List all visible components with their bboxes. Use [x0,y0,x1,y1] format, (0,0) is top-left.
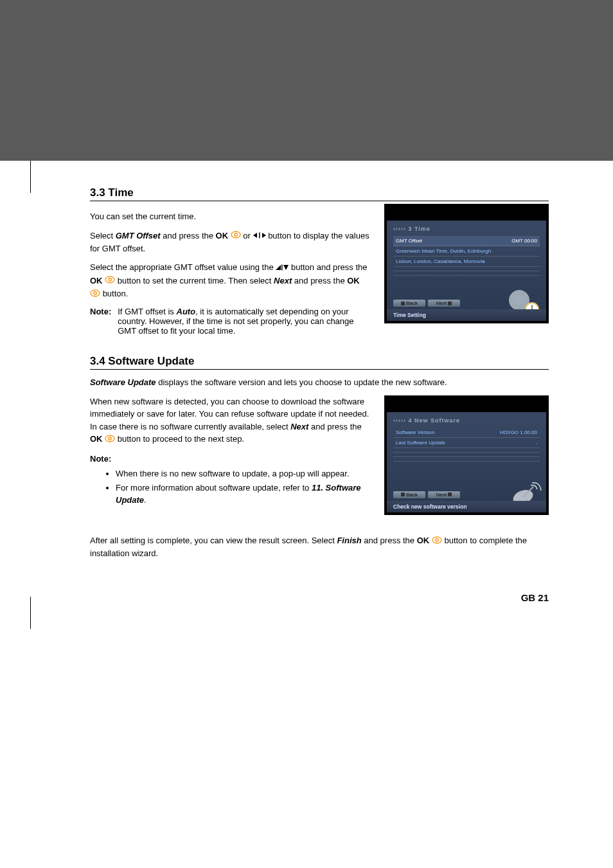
svg-point-10 [91,290,100,296]
svg-rect-3 [259,233,260,239]
fig-next-button: Next [428,491,460,498]
heading-time: 3.3 Time [90,186,549,201]
sw-note-item-1: When there is no new software to update,… [116,467,371,480]
heading-software-update: 3.4 Software Update [90,355,549,370]
section-software-update: 3.4 Software Update Software Update disp… [90,355,549,515]
svg-marker-5 [276,265,281,270]
up-down-icon [276,262,289,275]
fig-time-footer: Time Setting [387,309,546,321]
ok-icon [105,275,115,287]
sw-note-list: When there is no new software to update,… [90,467,371,507]
page-number: GB 21 [0,592,613,610]
ok-icon [105,433,115,446]
sw-p2: When new software is detected, you can c… [90,395,371,446]
sw-note-label: Note: [90,454,111,464]
fig-sw-last-update-row: Last Software Update - [393,438,540,448]
figure-time-screen: ››››› 3 Time GMT Offset GMT 00:00 Greenw… [384,204,549,323]
time-p1: Select GMT Offset and press the OK or bu… [90,230,371,255]
fig-next-button: Next [428,300,460,307]
svg-point-1 [235,233,237,236]
svg-point-0 [231,231,240,238]
ok-icon [231,230,241,242]
fig-back-button: Back [393,300,425,307]
note-label: Note: [90,307,111,336]
time-text-column: You can set the current time. Select GMT… [90,204,371,336]
svg-point-23 [436,538,438,541]
fig-sw-crumb: ››››› 4 New Software [387,412,546,425]
fig-sw-footer: Check new software version [387,501,546,512]
fig-time-gmt-row: GMT Offset GMT 00:00 [393,236,540,246]
sw-note-item-2: For more information about software upda… [116,482,371,507]
svg-marker-4 [262,233,266,238]
svg-point-9 [109,278,111,281]
figure-software-screen: ››››› 4 New Software Software Version HD… [384,395,549,515]
top-gray-banner [0,0,613,161]
sw-text-column: When new software is detected, you can c… [90,395,371,508]
fig-back-button: Back [393,491,425,498]
svg-point-17 [105,435,114,442]
note-text: If GMT offset is Auto, it is automatical… [118,307,371,336]
time-intro: You can set the current time. [90,210,371,223]
time-p2: Select the appropriate GMT offset value … [90,261,371,300]
section-time: 3.3 Time You can set the current time. S… [90,186,549,336]
crop-mark-top [30,161,31,193]
svg-point-8 [105,276,114,283]
fig-time-crumb: ››››› 3 Time [387,221,546,233]
sw-p1: Software Update displays the software ve… [90,376,549,389]
svg-point-22 [432,537,441,543]
crop-mark-bottom [30,597,31,629]
closing-paragraph: After all setting is complete, you can v… [90,534,549,560]
svg-rect-6 [281,265,283,271]
svg-marker-2 [253,233,257,238]
fig-time-desc1: Greenwich Mean Time, Dublin, Edinburgh [393,246,540,257]
ok-icon [90,288,100,301]
left-right-icon [253,230,266,242]
time-note: Note: If GMT offset is Auto, it is autom… [90,307,371,336]
fig-sw-version-row: Software Version HDXGO 1.00.00 [393,428,540,438]
ok-icon [432,535,442,548]
fig-time-desc2: Lisbon, London, Casablanca, Monrovia [393,257,540,267]
svg-marker-7 [283,265,289,270]
svg-point-11 [94,292,96,294]
svg-point-18 [109,437,111,440]
